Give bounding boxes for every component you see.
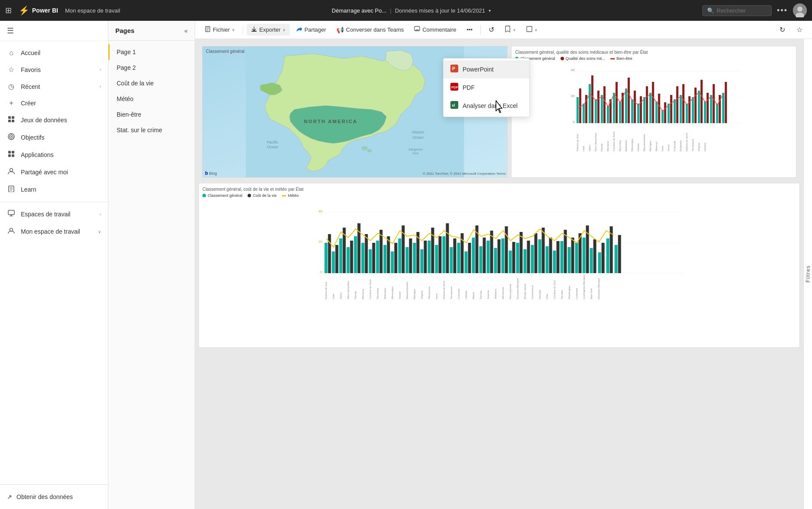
svg-rect-55 — [616, 82, 618, 123]
sidebar-item-mon-espace[interactable]: Mon espace de travail ∨ — [0, 223, 108, 240]
svg-text:Floride: Floride — [354, 291, 357, 299]
page-item-crime[interactable]: Stat. sur le crime — [108, 122, 195, 138]
sidebar-item-recent[interactable]: ◷ Récent › — [0, 78, 108, 95]
svg-rect-11 — [12, 151, 14, 153]
converser-label: Converser dans Teams — [346, 26, 404, 33]
legend-label-bienetre: Bien-être — [616, 56, 633, 61]
undo-btn[interactable]: ↺ — [484, 23, 499, 36]
svg-text:Idaho: Idaho — [339, 292, 342, 299]
grid-icon[interactable]: ⊞ — [5, 6, 12, 15]
sidebar-item-jeux[interactable]: Jeux de données — [0, 111, 108, 129]
svg-text:Georgia: Georgia — [538, 290, 541, 299]
page-item-page1[interactable]: Page 1 — [108, 44, 195, 60]
sidebar-item-partage[interactable]: Partagé avec moi — [0, 163, 108, 181]
bottom-chart-inner: Classement général, coût de la vie et mé… — [199, 183, 799, 330]
fichier-chevron: ∨ — [232, 28, 235, 32]
page-item-bien-etre[interactable]: Bien-être — [108, 107, 195, 122]
svg-rect-156 — [457, 243, 460, 273]
sidebar-item-accueil[interactable]: ⌂ Accueil — [0, 45, 108, 61]
get-data-btn[interactable]: ↗ Obtenir des données — [7, 490, 101, 504]
top-bar-chart-svg: 40 20 0 — [515, 62, 792, 158]
workspace-label: Mon espace de travail — [65, 7, 120, 14]
svg-text:Michigan: Michigan — [413, 289, 416, 299]
pages-collapse-btn[interactable]: « — [184, 27, 188, 34]
dataset-icon — [7, 116, 16, 124]
filters-panel[interactable]: Filtres — [803, 39, 812, 509]
svg-text:Mississippi: Mississippi — [391, 287, 394, 299]
svg-rect-182 — [553, 251, 556, 273]
page-item-meteo[interactable]: Météo — [108, 91, 195, 107]
sidebar-item-objectifs[interactable]: Objectifs — [0, 129, 108, 146]
sidebar-item-espaces[interactable]: Espaces de travail › — [0, 206, 108, 223]
svg-text:Nevada: Nevada — [561, 290, 563, 299]
svg-text:Hawaii: Hawaii — [398, 291, 401, 299]
share-icon — [7, 168, 16, 176]
svg-rect-48 — [595, 99, 597, 123]
svg-text:Caroline du Sud: Caroline du Sud — [553, 281, 556, 299]
svg-text:Nebraska: Nebraska — [625, 140, 627, 151]
svg-rect-47 — [591, 75, 594, 123]
partager-btn[interactable]: Partager — [292, 24, 330, 36]
sidebar-item-creer[interactable]: + Créer — [0, 95, 108, 111]
svg-text:Rhode Island: Rhode Island — [524, 284, 526, 299]
home-icon: ⌂ — [7, 49, 16, 57]
exporter-btn[interactable]: Exporter ∨ — [247, 24, 290, 36]
svg-rect-6 — [12, 120, 14, 122]
page-item-page2[interactable]: Page 2 — [108, 60, 195, 75]
sidebar-item-applications[interactable]: Applications — [0, 146, 108, 163]
export-powerpoint-btn[interactable]: P PowerPoint — [444, 60, 529, 78]
page-item-cout[interactable]: Coût de la vie — [108, 75, 195, 91]
svg-rect-67 — [652, 82, 654, 123]
svg-rect-84 — [704, 101, 706, 123]
legend-dot-bienetre — [610, 58, 615, 59]
view-btn[interactable]: ∨ — [522, 24, 542, 36]
avatar[interactable] — [793, 3, 807, 17]
exporter-icon — [251, 26, 257, 33]
svg-rect-159 — [468, 243, 471, 273]
svg-text:Idaho: Idaho — [588, 144, 591, 151]
fav-icon: ☆ — [796, 26, 802, 34]
svg-text:Delaware: Delaware — [679, 140, 682, 151]
svg-rect-82 — [698, 91, 700, 123]
more-toolbar-btn[interactable]: ••• — [463, 24, 477, 35]
svg-rect-59 — [628, 78, 630, 123]
svg-rect-171 — [512, 242, 515, 273]
more-options-btn[interactable]: ••• — [777, 6, 788, 15]
bottom-legend-label-classement: Classement général — [208, 193, 242, 198]
svg-text:Connecticut: Connecticut — [531, 285, 534, 299]
export-pdf-btn[interactable]: PDF PDF — [444, 78, 529, 97]
search-box[interactable]: 🔍 — [702, 5, 772, 16]
svg-rect-170 — [509, 251, 512, 273]
svg-rect-46 — [589, 84, 591, 123]
svg-text:Ocean: Ocean — [412, 135, 424, 140]
sidebar-item-favoris[interactable]: ☆ Favoris › — [0, 61, 108, 78]
fichier-btn[interactable]: Fichier ∨ — [200, 24, 239, 36]
svg-rect-132 — [369, 249, 372, 273]
commentaire-btn[interactable]: Commentaire — [410, 24, 460, 36]
bottom-bar-title: Classement général, coût de la vie et mé… — [202, 187, 796, 192]
star-icon: ☆ — [7, 65, 16, 74]
svg-text:Hawaii: Hawaii — [637, 144, 639, 151]
favorite-btn[interactable]: ☆ — [792, 23, 807, 36]
bookmark-btn[interactable]: ∨ — [500, 23, 520, 36]
export-excel-btn[interactable]: xl Analyser dans Excel — [444, 97, 529, 115]
svg-text:Montana: Montana — [362, 289, 364, 299]
bottom-chart-panel: Classement général, coût de la vie et mé… — [199, 183, 800, 348]
svg-rect-43 — [579, 88, 581, 123]
apps-icon — [7, 150, 16, 159]
search-input[interactable] — [717, 7, 767, 14]
sidebar-item-learn[interactable]: Learn — [0, 181, 108, 198]
sidebar-label-partage: Partagé avec moi — [21, 169, 101, 176]
date-chevron[interactable]: ▾ — [489, 8, 491, 13]
refresh-btn[interactable]: ↻ — [775, 23, 789, 36]
svg-text:Louisiane: Louisiane — [575, 288, 578, 299]
svg-rect-193 — [594, 239, 597, 273]
svg-rect-150 — [435, 245, 438, 273]
top-bar-legend: Classement général Qualité des soins mé.… — [515, 56, 792, 61]
svg-rect-184 — [561, 241, 564, 273]
converser-btn[interactable]: 📢 Converser dans Teams — [332, 24, 408, 36]
menu-icon[interactable]: ☰ — [7, 26, 14, 35]
svg-rect-153 — [446, 223, 449, 273]
svg-rect-134 — [376, 241, 379, 273]
clock-icon: ◷ — [7, 82, 16, 91]
